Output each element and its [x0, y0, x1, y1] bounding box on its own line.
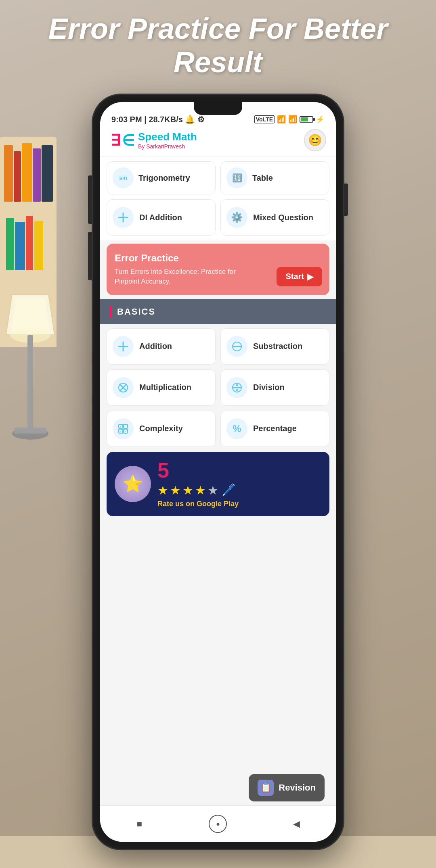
home-icon: ● [216, 820, 220, 828]
app-subtitle: By SarkariPravesh [138, 143, 197, 150]
app-name: Speed Math By SarkariPravesh [138, 131, 197, 150]
recent-icon: ■ [137, 819, 142, 829]
basics-section-header: BASICS [100, 299, 336, 324]
revision-icon: 📋 [258, 780, 274, 796]
star-2: ★ [170, 483, 181, 497]
charging-icon: ⚡ [316, 115, 325, 124]
mixed-question-item[interactable]: ⚙️ Mixed Question [220, 199, 329, 236]
complexity-item[interactable]: + − × ÷ Complexity [107, 411, 216, 447]
table-item[interactable]: 🔢 Table [220, 161, 329, 194]
svg-text:∈: ∈ [122, 132, 134, 149]
table-label: Table [252, 173, 273, 183]
mixed-question-icon: ⚙️ [226, 207, 247, 228]
phone-notch [194, 102, 242, 115]
start-arrow-icon: ▶ [307, 272, 313, 282]
svg-point-32 [236, 389, 238, 391]
error-banner-title: Error Practice [115, 252, 321, 264]
multiplication-item[interactable]: Multiplication [107, 369, 216, 406]
page-title: Error Practice For Better Result [0, 12, 436, 79]
avatar-button[interactable]: 😊 [304, 129, 326, 151]
start-button[interactable]: Start ▶ [277, 267, 322, 286]
phone-mockup: 9:03 PM | 28.7KB/s 🔔 ⚙ VoLTE 📶 📶 ⚡ [93, 95, 343, 849]
di-addition-item[interactable]: DI Addition [107, 199, 216, 236]
svg-rect-5 [22, 143, 32, 202]
mixed-question-label: Mixed Question [253, 213, 313, 222]
error-banner-desc: Turn Errors into Excellence: Practice fo… [115, 267, 252, 286]
logo-area: ∃ ∈ Speed Math By SarkariPravesh [110, 130, 197, 150]
status-time-network: 9:03 PM | 28.7KB/s 🔔 ⚙ [111, 115, 205, 124]
svg-rect-4 [14, 151, 21, 202]
svg-rect-9 [15, 222, 25, 270]
basics-title: BASICS [117, 307, 155, 317]
bottom-nav: ■ ● ◀ [100, 805, 336, 842]
trigonometry-item[interactable]: sin Trigonometry [107, 161, 216, 194]
svg-rect-10 [26, 216, 33, 270]
division-label: Division [253, 383, 285, 392]
star-3: ★ [182, 483, 193, 497]
star-5: ★ [208, 483, 218, 497]
complexity-icon: + − × ÷ [113, 418, 134, 439]
addition-item[interactable]: Addition [107, 328, 216, 365]
status-icons: VoLTE 📶 📶 ⚡ [254, 115, 325, 124]
di-addition-label: DI Addition [139, 213, 182, 222]
svg-rect-15 [27, 335, 33, 432]
rate-info: 5 ★ ★ ★ ★ ★ 🖊️ Rate us on Google Play [157, 460, 321, 508]
error-practice-banner[interactable]: Error Practice Turn Errors into Excellen… [107, 244, 329, 295]
svg-rect-3 [4, 145, 13, 202]
avatar-icon: 😊 [308, 134, 322, 147]
trig-label: Trigonometry [138, 173, 190, 183]
multiplication-label: Multiplication [139, 383, 191, 392]
stars-row: ★ ★ ★ ★ ★ 🖊️ [157, 483, 321, 497]
volte-icon: VoLTE [254, 115, 275, 123]
wifi-icon: 📶 [288, 115, 297, 124]
basics-grid: Addition Substraction [100, 328, 336, 452]
svg-text:∃: ∃ [111, 132, 120, 149]
di-addition-icon [113, 207, 134, 228]
svg-text:−: − [124, 425, 126, 429]
svg-point-31 [236, 384, 238, 386]
svg-text:÷: ÷ [124, 430, 126, 434]
star-4: ★ [195, 483, 206, 497]
lamp-decoration [2, 294, 59, 465]
app-logo: ∃ ∈ [110, 130, 134, 150]
subtraction-item[interactable]: Substraction [220, 328, 329, 365]
top-menu-row: sin Trigonometry 🔢 Table [100, 156, 336, 194]
recent-button[interactable]: ■ [130, 815, 149, 833]
rate-number: 5 [157, 460, 321, 481]
svg-marker-13 [11, 298, 50, 331]
svg-rect-7 [42, 145, 53, 202]
percentage-icon: % [226, 418, 247, 439]
home-button[interactable]: ● [209, 815, 227, 833]
wand-icon: 🖊️ [222, 483, 236, 497]
table-icon: 🔢 [226, 167, 247, 188]
division-item[interactable]: Division [220, 369, 329, 406]
app-title: Speed Math [138, 131, 197, 143]
multiplication-icon [113, 377, 134, 398]
division-icon [226, 377, 247, 398]
svg-rect-8 [6, 218, 14, 270]
subtraction-label: Substraction [253, 342, 302, 351]
back-icon: ◀ [293, 819, 300, 829]
svg-rect-6 [33, 148, 41, 202]
network-icon: 📶 [277, 115, 286, 124]
percentage-item[interactable]: % Percentage [220, 411, 329, 447]
revision-label: Revision [279, 782, 316, 793]
trig-icon: sin [113, 167, 134, 188]
revision-button[interactable]: 📋 Revision [249, 774, 325, 801]
star-1: ★ [157, 483, 168, 497]
back-button[interactable]: ◀ [287, 815, 306, 833]
rate-banner[interactable]: ⭐ 5 ★ ★ ★ ★ ★ 🖊️ Rate us on Google Play [107, 452, 329, 516]
rate-star-image: ⭐ [115, 466, 151, 502]
complexity-label: Complexity [139, 424, 183, 433]
svg-rect-17 [14, 428, 46, 434]
menu-grid: DI Addition ⚙️ Mixed Question [100, 194, 336, 240]
app-header: ∃ ∈ Speed Math By SarkariPravesh 😊 [100, 124, 336, 156]
subtraction-icon [226, 336, 247, 357]
addition-icon [113, 336, 134, 357]
svg-rect-11 [34, 221, 43, 270]
battery-icon [300, 116, 313, 123]
svg-text:×: × [119, 430, 122, 434]
svg-text:+: + [119, 425, 122, 429]
rate-text: Rate us on Google Play [157, 500, 321, 508]
percentage-label: Percentage [253, 424, 297, 433]
